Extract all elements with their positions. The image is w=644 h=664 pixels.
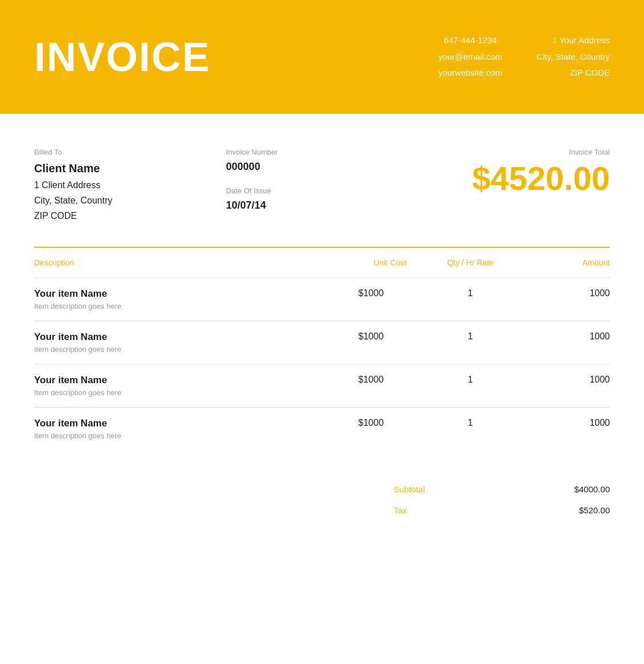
- invoice-header: INVOICE 647-444-1234 your@email.com your…: [0, 0, 644, 114]
- billing-section: Billed To Client Name 1 Client Address C…: [0, 114, 644, 247]
- header-phone: 647-444-1234: [438, 32, 502, 49]
- header-address-zip: ZIP CODE: [536, 65, 610, 81]
- table-header: Description Unit Cost Qty / Hr Rate Amou…: [34, 248, 610, 278]
- item-amount: 1000: [534, 364, 610, 407]
- summary-block: Subtotal $4000.00 Tax $520.00: [394, 479, 610, 521]
- item-desc: Item description goes here: [34, 302, 274, 310]
- item-name: Your item Name: [34, 375, 274, 386]
- item-amount: 1000: [534, 277, 610, 321]
- invoice-date-label: Date Of Issue: [226, 186, 418, 195]
- header-address-line1: 1 Your Address: [536, 32, 610, 49]
- item-qty: 1: [406, 364, 534, 407]
- item-desc: Item description goes here: [34, 388, 274, 397]
- invoice-total-label: Invoice Total: [418, 148, 610, 156]
- tax-row: Tax $520.00: [394, 500, 610, 521]
- client-address: 1 Client Address City, State, Country ZI…: [34, 177, 226, 224]
- header-address-line2: City, State, Country: [536, 49, 610, 65]
- item-name: Your item Name: [34, 418, 274, 429]
- header-contact-info: 647-444-1234 your@email.com yourwebsite.…: [438, 32, 610, 81]
- subtotal-value: $4000.00: [574, 484, 610, 494]
- item-desc: Item description goes here: [34, 431, 274, 440]
- item-unit-cost: $1000: [274, 407, 407, 450]
- item-amount: 1000: [534, 321, 610, 364]
- summary-section: Subtotal $4000.00 Tax $520.00: [0, 450, 644, 555]
- col-unit-cost: Unit Cost: [274, 248, 407, 278]
- col-amount: Amount: [534, 248, 610, 278]
- item-desc: Item description goes here: [34, 345, 274, 354]
- header-address: 1 Your Address City, State, Country ZIP …: [536, 32, 610, 81]
- billed-to-label: Billed To: [34, 148, 226, 156]
- table-header-row: Description Unit Cost Qty / Hr Rate Amou…: [34, 248, 610, 278]
- client-zip: ZIP CODE: [34, 208, 226, 223]
- item-description-cell: Your item Name Item description goes her…: [34, 277, 274, 321]
- item-qty: 1: [406, 277, 534, 321]
- table-row: Your item Name Item description goes her…: [34, 364, 610, 407]
- invoice-total-block: Invoice Total $4520.00: [418, 148, 610, 195]
- item-amount: 1000: [534, 407, 610, 450]
- invoice-number-value: 000000: [226, 161, 418, 173]
- subtotal-row: Subtotal $4000.00: [394, 479, 610, 500]
- item-description-cell: Your item Name Item description goes her…: [34, 364, 274, 407]
- client-name: Client Name: [34, 162, 226, 175]
- item-description-cell: Your item Name Item description goes her…: [34, 321, 274, 364]
- billed-to-block: Billed To Client Name 1 Client Address C…: [34, 148, 226, 224]
- table-body: Your item Name Item description goes her…: [34, 277, 610, 450]
- item-unit-cost: $1000: [274, 364, 407, 407]
- tax-value: $520.00: [579, 505, 610, 515]
- item-unit-cost: $1000: [274, 321, 407, 364]
- table-row: Your item Name Item description goes her…: [34, 321, 610, 364]
- items-table: Description Unit Cost Qty / Hr Rate Amou…: [34, 248, 610, 450]
- table-row: Your item Name Item description goes her…: [34, 277, 610, 321]
- invoice-total-amount: $4520.00: [418, 162, 610, 195]
- header-contact-left: 647-444-1234 your@email.com yourwebsite.…: [438, 32, 502, 81]
- invoice-title: INVOICE: [34, 36, 210, 77]
- client-address-1: 1 Client Address: [34, 177, 226, 193]
- table-row: Your item Name Item description goes her…: [34, 407, 610, 450]
- item-name: Your item Name: [34, 331, 274, 343]
- item-name: Your item Name: [34, 288, 274, 300]
- item-qty: 1: [406, 407, 534, 450]
- client-address-2: City, State, Country: [34, 193, 226, 208]
- subtotal-label: Subtotal: [394, 484, 425, 494]
- table-section: Description Unit Cost Qty / Hr Rate Amou…: [0, 247, 644, 450]
- invoice-number-label: Invoice Number: [226, 148, 418, 156]
- col-qty: Qty / Hr Rate: [406, 248, 534, 278]
- tax-label: Tax: [394, 505, 407, 515]
- invoice-date-value: 10/07/14: [226, 200, 418, 211]
- item-unit-cost: $1000: [274, 277, 407, 321]
- invoice-meta-block: Invoice Number 000000 Date Of Issue 10/0…: [226, 148, 418, 211]
- item-description-cell: Your item Name Item description goes her…: [34, 407, 274, 450]
- item-qty: 1: [406, 321, 534, 364]
- header-email: your@email.com: [438, 49, 502, 65]
- col-description: Description: [34, 248, 274, 278]
- header-website: yourwebsite.com: [438, 65, 502, 81]
